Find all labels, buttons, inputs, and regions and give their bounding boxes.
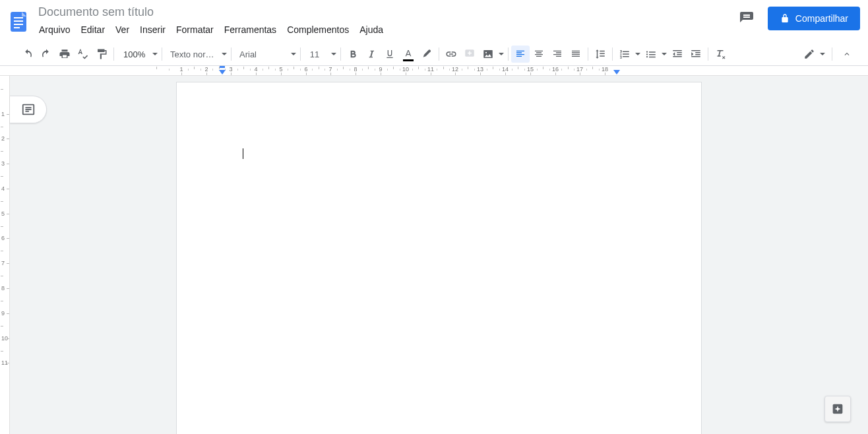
ruler-number: 1: [1, 111, 5, 117]
highlight-button[interactable]: [418, 46, 436, 63]
document-title[interactable]: Documento sem título: [34, 4, 158, 20]
editing-mode-button[interactable]: [800, 46, 826, 63]
underline-button[interactable]: [381, 46, 399, 63]
svg-rect-3: [14, 24, 23, 25]
ruler-number: 8: [1, 285, 5, 292]
ruler-number: 16: [552, 66, 559, 73]
editing-mode-dropdown[interactable]: [819, 46, 826, 63]
explore-button[interactable]: [824, 396, 851, 422]
separator: [340, 47, 341, 61]
ruler-number: 18: [602, 66, 608, 73]
ruler-number: 13: [477, 66, 483, 73]
horizontal-ruler[interactable]: 21123456789101112131415161718: [0, 66, 868, 76]
ruler-number: 10: [402, 66, 409, 73]
font-value: Arial: [239, 49, 257, 59]
align-left-button[interactable]: [511, 46, 530, 63]
align-center-button[interactable]: [530, 46, 548, 63]
left-indent[interactable]: [219, 70, 226, 75]
ruler-number: 5: [279, 66, 282, 73]
outline-icon: [21, 102, 36, 117]
ruler-number: 4: [1, 185, 5, 192]
zoom-value: 100%: [123, 49, 145, 59]
ruler-number: 17: [576, 66, 583, 73]
text-color-button[interactable]: [399, 46, 418, 63]
ruler-number: 3: [229, 66, 232, 73]
menu-formatar[interactable]: Formatar: [171, 22, 218, 38]
comments-button[interactable]: [735, 7, 759, 30]
menubar: Arquivo Editar Ver Inserir Formatar Ferr…: [34, 22, 388, 38]
separator: [832, 47, 832, 61]
explore-icon: [830, 402, 845, 416]
menu-ajuda[interactable]: Ajuda: [355, 22, 388, 38]
indent-decrease-button[interactable]: [668, 46, 687, 63]
ruler-number: 15: [527, 66, 534, 73]
bulleted-list-button[interactable]: [642, 46, 668, 63]
font-family-dropdown[interactable]: Arial: [234, 46, 297, 63]
italic-button[interactable]: [362, 46, 381, 63]
align-right-button[interactable]: [548, 46, 567, 63]
ruler-number: 14: [502, 66, 509, 73]
numbered-list-button[interactable]: [615, 46, 642, 63]
collapse-toolbar-button[interactable]: [838, 46, 856, 63]
paint-format-button[interactable]: [92, 46, 111, 63]
menu-complementos[interactable]: Complementos: [282, 22, 354, 38]
svg-rect-2: [14, 20, 23, 22]
ruler-number: 2: [1, 135, 5, 142]
ruler-number: 6: [1, 235, 5, 241]
paragraph-style-dropdown[interactable]: Texto norm...: [165, 46, 228, 63]
numbered-list-dropdown[interactable]: [634, 46, 642, 63]
size-value: 11: [310, 49, 319, 59]
lock-icon: [780, 13, 790, 24]
separator: [231, 47, 232, 61]
share-button[interactable]: Compartilhar: [768, 7, 860, 30]
document-page[interactable]: [177, 82, 701, 434]
ruler-number: 4: [254, 66, 257, 73]
indent-increase-button[interactable]: [687, 46, 705, 63]
caret-icon: [152, 53, 158, 55]
menu-arquivo[interactable]: Arquivo: [34, 22, 75, 38]
ruler-number: 1: [179, 66, 183, 73]
style-value: Texto norm...: [170, 49, 216, 59]
svg-rect-4: [14, 27, 20, 28]
insert-image-button[interactable]: [479, 46, 505, 63]
redo-button[interactable]: [37, 46, 55, 63]
zoom-dropdown[interactable]: 100%: [117, 46, 159, 63]
page-content[interactable]: [243, 148, 635, 159]
separator: [588, 47, 588, 61]
bold-button[interactable]: [344, 46, 362, 63]
share-label: Compartilhar: [795, 13, 848, 24]
editor-canvas[interactable]: [10, 76, 868, 434]
spellcheck-button[interactable]: [74, 46, 92, 63]
vertical-ruler[interactable]: 211234567891011: [0, 76, 10, 434]
caret-icon: [222, 53, 227, 55]
align-justify-button[interactable]: [567, 46, 585, 63]
print-button[interactable]: [55, 46, 74, 63]
clear-formatting-button[interactable]: [711, 46, 729, 63]
insert-comment-button[interactable]: [460, 46, 479, 63]
ruler-number: 9: [1, 310, 5, 317]
image-dropdown[interactable]: [497, 46, 505, 63]
font-size-dropdown[interactable]: 11: [303, 46, 338, 63]
ruler-number: 6: [304, 66, 307, 73]
insert-link-button[interactable]: [442, 46, 460, 63]
separator: [300, 47, 301, 61]
bulleted-list-dropdown[interactable]: [660, 46, 668, 63]
menu-editar[interactable]: Editar: [76, 22, 109, 38]
docs-logo[interactable]: [5, 4, 32, 40]
ruler-number: 7: [328, 66, 332, 73]
menu-inserir[interactable]: Inserir: [135, 22, 170, 38]
toolbar: 100% Texto norm... Arial 11: [0, 42, 868, 66]
menu-ferramentas[interactable]: Ferramentas: [220, 22, 281, 38]
separator: [508, 47, 509, 61]
text-cursor: [243, 148, 243, 159]
ruler-number: 9: [379, 66, 382, 73]
line-spacing-button[interactable]: [591, 46, 609, 63]
ruler-number: 3: [1, 160, 5, 167]
outline-toggle[interactable]: [10, 96, 47, 123]
right-indent[interactable]: [613, 70, 620, 75]
first-line-indent[interactable]: [220, 66, 225, 68]
menu-ver[interactable]: Ver: [111, 22, 134, 38]
ruler-number: 8: [354, 66, 357, 73]
undo-button[interactable]: [18, 46, 37, 63]
ruler-number: 7: [1, 260, 5, 266]
